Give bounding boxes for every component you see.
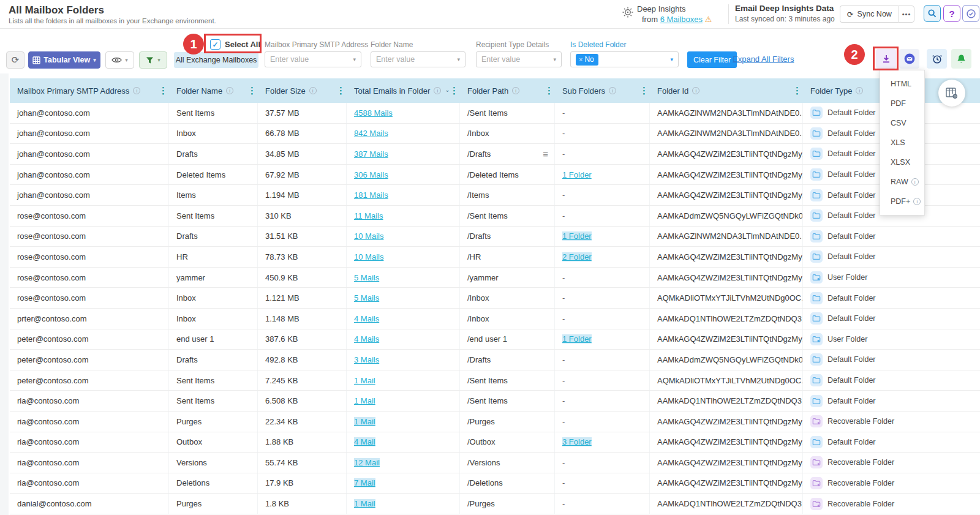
more-options-button[interactable]: •••: [899, 6, 914, 23]
feedback-button[interactable]: [899, 49, 919, 69]
mails-link[interactable]: 10 Mails: [354, 231, 383, 241]
export-menu-item-xlsx[interactable]: XLSX: [880, 152, 924, 172]
mailbox-address-cell: rose@contoso.com: [10, 227, 169, 247]
mails-link[interactable]: 7 Mail: [354, 478, 375, 487]
mails-link[interactable]: 5 Mails: [354, 273, 379, 282]
mails-link[interactable]: 5 Mails: [354, 293, 379, 303]
mails-link[interactable]: 3 Mails: [354, 355, 379, 364]
column-header-folder-size[interactable]: Folder Size i ⋮: [258, 78, 347, 103]
mails-link[interactable]: 842 Mails: [354, 129, 388, 138]
smtp-filter-select[interactable]: Enter value ▾: [265, 51, 361, 67]
expand-all-filters-link[interactable]: Expand All Filters: [733, 55, 794, 64]
export-menu-item-csv[interactable]: CSV: [880, 113, 924, 133]
table-row: rose@contoso.comyammer450.9 KB5 Mails/ya…: [10, 268, 980, 288]
mails-link[interactable]: 1 Mail: [354, 417, 375, 426]
total-emails-cell: 12 Mail: [347, 453, 460, 473]
info-icon[interactable]: i: [512, 87, 519, 94]
tabular-view-button[interactable]: Tabular View ▾: [28, 51, 100, 69]
info-icon[interactable]: i: [856, 87, 863, 94]
recipient-type-filter-select[interactable]: Enter value ▾: [476, 51, 562, 67]
mails-link[interactable]: 1 Mail: [354, 376, 375, 385]
mails-link[interactable]: 387 Mails: [354, 149, 388, 159]
info-icon[interactable]: i: [309, 87, 317, 94]
column-header-folder-id[interactable]: Folder Id i ⋮: [650, 78, 803, 103]
column-label: Sub Folders: [562, 86, 605, 96]
select-all-checkbox[interactable]: ✓ Select All: [210, 39, 260, 50]
reset-view-button[interactable]: ⟳: [6, 51, 24, 69]
help-button[interactable]: ?: [943, 5, 960, 22]
history-check-button[interactable]: [962, 5, 979, 22]
filter-tag[interactable]: × No: [576, 54, 598, 66]
export-menu-item-pdf[interactable]: PDF: [880, 94, 924, 113]
column-separator-icon[interactable]: ⋮: [639, 85, 649, 96]
info-icon[interactable]: i: [133, 87, 140, 94]
column-separator-icon[interactable]: ⋮: [336, 85, 345, 96]
folder-name-cell: end user 1: [169, 329, 258, 350]
column-header-total-emails[interactable]: Total Emails in Folder i ⌄ ⋮: [347, 78, 460, 103]
search-button[interactable]: [924, 5, 941, 22]
export-menu-item-pdfplus[interactable]: PDF+i: [880, 192, 924, 211]
is-deleted-filter-select[interactable]: × No ▾: [570, 51, 679, 67]
sub-folder-link[interactable]: 1 Folder: [562, 334, 592, 344]
mails-link[interactable]: 4 Mail: [354, 437, 375, 446]
column-header-folder-name[interactable]: Folder Name i ⋮: [169, 78, 258, 103]
mailboxes-link[interactable]: 6 Mailboxes: [660, 15, 703, 24]
sync-now-button[interactable]: ⟳ Sync Now: [840, 6, 899, 23]
empty-value: -: [562, 376, 565, 385]
folder-name-cell: Sent Items: [169, 103, 258, 123]
column-separator-icon[interactable]: ⋮: [159, 85, 168, 96]
column-header-smtp[interactable]: Mailbox Primary SMTP Address i ⋮: [10, 78, 169, 103]
export-format-label: XLSX: [891, 158, 910, 167]
table-row: peter@contoso.comend user 1387.6 KB4 Mai…: [10, 329, 980, 350]
info-icon[interactable]: i: [609, 87, 616, 94]
export-download-button[interactable]: [876, 49, 896, 69]
question-icon: ?: [949, 9, 954, 19]
total-emails-cell: 4 Mails: [347, 329, 460, 350]
column-settings-button[interactable]: [938, 80, 965, 107]
folder-name-filter-select[interactable]: Enter value ▾: [371, 51, 466, 67]
mails-link[interactable]: 10 Mails: [354, 252, 383, 261]
mails-link[interactable]: 12 Mail: [354, 458, 380, 467]
mails-link[interactable]: 306 Mails: [354, 170, 388, 179]
mails-link[interactable]: 11 Mails: [354, 211, 383, 220]
info-icon[interactable]: i: [434, 87, 441, 94]
visibility-button[interactable]: ▾: [105, 51, 134, 69]
mails-link[interactable]: 4 Mails: [354, 334, 379, 344]
empty-value: -: [562, 211, 565, 220]
default-folder-icon: [810, 148, 823, 160]
column-separator-icon[interactable]: ⋮: [450, 85, 459, 96]
export-menu-item-xls[interactable]: XLS: [880, 133, 924, 152]
folder-path-cell: /Purges: [460, 494, 555, 514]
export-menu-item-html[interactable]: HTML: [880, 74, 924, 94]
mails-link[interactable]: 4 Mails: [354, 314, 379, 323]
sub-folder-link[interactable]: 2 Folder: [562, 252, 592, 261]
column-separator-icon[interactable]: ⋮: [247, 85, 257, 96]
total-emails-cell: 10 Mails: [347, 247, 460, 267]
row-menu-icon[interactable]: ≡: [543, 149, 548, 159]
total-emails-cell: 1 Mail: [347, 370, 460, 391]
column-header-folder-path[interactable]: Folder Path i ⋮: [460, 78, 555, 103]
sub-folder-link[interactable]: 3 Folder: [562, 437, 592, 446]
mails-link[interactable]: 1 Mail: [354, 499, 375, 508]
export-menu-item-raw[interactable]: RAWi: [880, 172, 924, 192]
mailbox-scope-chip[interactable]: All Exchange Mailboxes: [174, 52, 258, 68]
info-icon[interactable]: i: [226, 87, 233, 94]
filter-button[interactable]: ▾: [139, 51, 167, 69]
mails-link[interactable]: 1 Mail: [354, 396, 375, 405]
column-separator-icon[interactable]: ⋮: [545, 85, 554, 96]
column-header-sub-folders[interactable]: Sub Folders i ⋮: [555, 78, 650, 103]
sub-folder-link[interactable]: 1 Folder: [562, 170, 592, 179]
schedule-button[interactable]: [927, 49, 947, 69]
mails-link[interactable]: 181 Mails: [354, 190, 388, 200]
column-separator-icon[interactable]: ⋮: [793, 85, 802, 96]
checkbox-checked-icon[interactable]: ✓: [210, 39, 221, 50]
mails-link[interactable]: 4588 Mails: [354, 108, 393, 118]
remove-tag-icon[interactable]: ×: [579, 56, 582, 63]
info-icon[interactable]: i: [692, 87, 699, 94]
notifications-button[interactable]: [951, 49, 971, 69]
folder-type-cell: Default Folder: [803, 247, 980, 267]
info-icon[interactable]: i: [913, 198, 921, 205]
sub-folder-link[interactable]: 1 Folder: [562, 231, 592, 241]
clear-filter-button[interactable]: Clear Filter: [687, 51, 737, 68]
info-icon[interactable]: i: [911, 178, 919, 186]
